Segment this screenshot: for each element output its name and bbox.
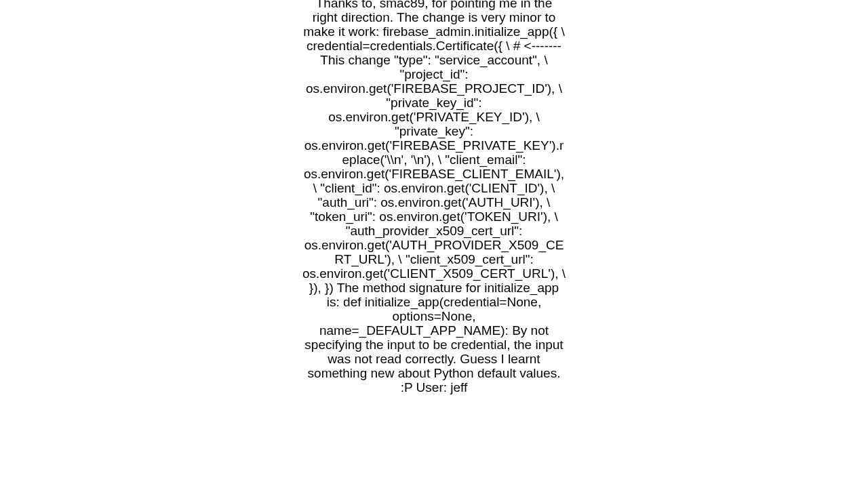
post-body-text: Thanks to, smac89, for pointing me in th… bbox=[302, 0, 566, 394]
viewport: Thanks to, smac89, for pointing me in th… bbox=[0, 0, 868, 488]
